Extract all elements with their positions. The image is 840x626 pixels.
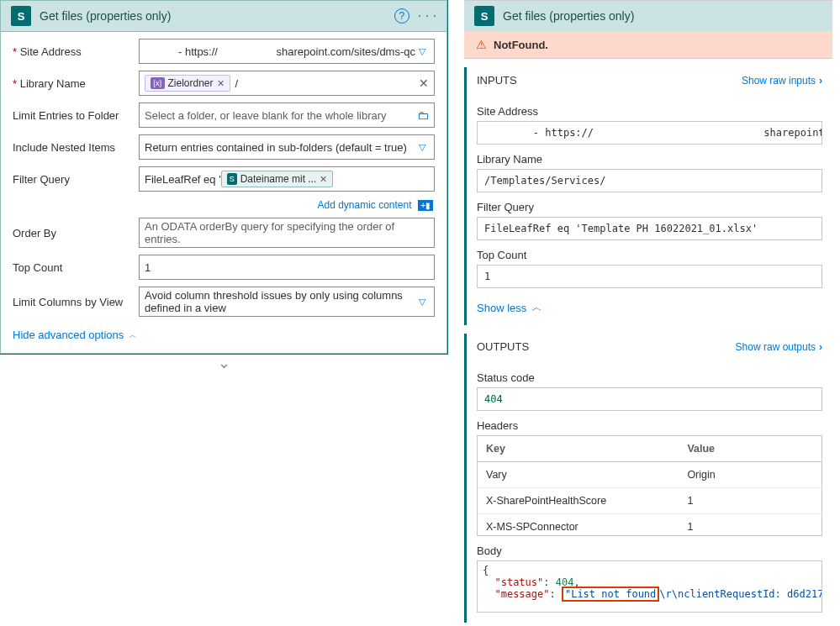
library-name-input[interactable]: {x} Zielordner ✕ / ✕ xyxy=(139,71,435,96)
show-raw-outputs-link[interactable]: Show raw outputs› xyxy=(736,341,822,353)
top-count-input[interactable]: 1 xyxy=(139,255,435,280)
table-row: Vary Origin xyxy=(478,462,822,488)
token-remove-icon[interactable]: ✕ xyxy=(217,78,225,89)
add-dynamic-content-link[interactable]: Add dynamic content xyxy=(317,199,411,211)
table-header: Key Value xyxy=(478,436,822,462)
inputs-section: INPUTS Show raw inputs› Site Address - h… xyxy=(464,67,832,325)
action-header[interactable]: S Get files (properties only) ? · · · xyxy=(0,0,447,32)
label-top-count: Top Count xyxy=(477,249,822,261)
label-library-name: Library Name xyxy=(477,153,822,166)
help-icon[interactable]: ? xyxy=(394,8,409,24)
value-top-count[interactable]: 1 xyxy=(477,265,822,288)
sharepoint-icon: S xyxy=(11,6,31,26)
chevron-up-icon: ︿ xyxy=(531,300,542,315)
outputs-title: OUTPUTS xyxy=(477,340,736,353)
value-site-address[interactable]: - https:// sharepoint.com/sites/dms-qc xyxy=(477,121,822,145)
filter-query-input[interactable]: FileLeafRef eq ' S Dateiname mit ... ✕ xyxy=(139,166,435,192)
label-filter-query: Filter Query xyxy=(477,201,822,213)
folder-icon[interactable]: 🗀 xyxy=(417,108,429,122)
value-library-name[interactable]: /Templates/Services/ xyxy=(477,169,822,192)
order-by-input[interactable]: An ODATA orderBy query for specifying th… xyxy=(139,218,435,248)
token-dateiname[interactable]: S Dateiname mit ... ✕ xyxy=(221,171,334,187)
sharepoint-icon: S xyxy=(474,6,494,26)
more-icon[interactable]: · · · xyxy=(418,8,436,24)
limit-folder-input[interactable]: Select a folder, or leave blank for the … xyxy=(139,103,435,128)
include-nested-input[interactable]: Return entries contained in sub-folders … xyxy=(139,134,435,160)
clear-icon[interactable]: ✕ xyxy=(419,76,429,90)
chevron-down-icon[interactable]: ▽ xyxy=(415,142,429,153)
connector-arrow-icon: ⌄ xyxy=(0,354,447,369)
label-headers: Headers xyxy=(477,419,822,432)
chevron-right-icon: › xyxy=(819,75,822,87)
label-site-address: * Site Address xyxy=(13,45,139,58)
error-text: NotFound. xyxy=(494,39,548,51)
label-order-by: Order By xyxy=(13,227,139,239)
label-include-nested: Include Nested Items xyxy=(13,141,139,154)
headers-table[interactable]: Key Value Vary Origin X-SharePointHealth… xyxy=(477,435,822,536)
value-body[interactable]: { "status": 404, "message": "List not fo… xyxy=(477,560,822,613)
dynamic-content-plus-icon[interactable]: +▮ xyxy=(418,200,433,211)
variable-icon: {x} xyxy=(151,77,165,89)
action-title: Get files (properties only) xyxy=(40,9,386,23)
label-body: Body xyxy=(477,544,822,557)
value-filter-query[interactable]: FileLeafRef eq 'Template PH 16022021_01.… xyxy=(477,217,822,240)
chevron-up-icon: ︿ xyxy=(129,329,137,341)
chevron-right-icon: › xyxy=(819,341,822,353)
sharepoint-token-icon: S xyxy=(227,173,237,185)
label-limit-columns: Limit Columns by View xyxy=(13,296,139,308)
label-site-address: Site Address xyxy=(477,105,822,118)
table-row: X-MS-SPConnector 1 xyxy=(478,514,822,536)
outputs-section: OUTPUTS Show raw outputs› Status code 40… xyxy=(464,334,832,623)
warning-icon: ⚠ xyxy=(476,38,487,51)
error-banner: ⚠ NotFound. xyxy=(464,31,832,59)
hide-advanced-link[interactable]: Hide advanced options ︿ xyxy=(13,329,137,341)
table-row: X-SharePointHealthScore 1 xyxy=(478,488,822,514)
show-less-link[interactable]: Show less︿ xyxy=(477,300,542,315)
chevron-down-icon[interactable]: ▽ xyxy=(415,297,429,308)
label-library-name: * Library Name xyxy=(13,77,139,90)
label-filter-query: Filter Query xyxy=(13,173,139,186)
token-remove-icon[interactable]: ✕ xyxy=(320,174,327,185)
run-header[interactable]: S Get files (properties only) xyxy=(464,0,832,31)
label-top-count: Top Count xyxy=(13,261,139,274)
value-status-code[interactable]: 404 xyxy=(477,387,822,411)
token-zielordner[interactable]: {x} Zielordner ✕ xyxy=(145,75,230,92)
label-limit-folder: Limit Entries to Folder xyxy=(13,109,139,122)
run-title: Get files (properties only) xyxy=(503,9,822,23)
inputs-title: INPUTS xyxy=(477,74,742,87)
site-address-input[interactable]: - https:// sharepoint.com/sites/dms-qc ▽ xyxy=(139,39,435,64)
show-raw-inputs-link[interactable]: Show raw inputs› xyxy=(742,75,822,87)
chevron-down-icon[interactable]: ▽ xyxy=(415,46,429,57)
action-body: * Site Address - https:// sharepoint.com… xyxy=(0,32,447,354)
label-status-code: Status code xyxy=(477,371,822,384)
limit-columns-input[interactable]: Avoid column threshold issues by only us… xyxy=(139,287,435,317)
